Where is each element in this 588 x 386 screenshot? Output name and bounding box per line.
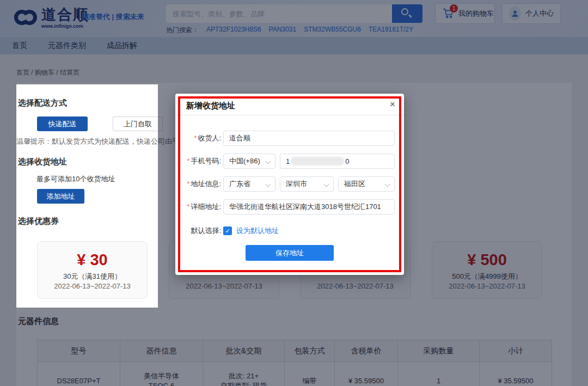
address-section-title: 选择收货地址	[18, 157, 67, 167]
chevron-down-icon	[324, 182, 329, 187]
coupon-card[interactable]: ¥ 30 30元（满31使用） 2022-06-13~2022-07-13	[37, 241, 148, 299]
phone-row: *手机号码: 中国(+86) 1 0	[175, 154, 404, 169]
phone-privacy-mask	[291, 157, 344, 166]
province-select[interactable]: 广东省	[223, 176, 275, 192]
district-select[interactable]: 福田区	[338, 176, 395, 192]
chevron-down-icon	[385, 182, 390, 187]
delivery-section-title: 选择配送方式	[18, 98, 67, 108]
city-select[interactable]: 深圳市	[280, 176, 334, 192]
coupon-value: ¥ 30	[38, 251, 147, 269]
modal-title: 新增收货地址	[186, 101, 235, 111]
detail-address-label: *详细地址:	[181, 199, 221, 215]
set-default-link[interactable]: 设为默认地址	[236, 223, 279, 238]
page: 道合顺 www.infinigo.com 精准替代 | 搜索未来 热门搜索： A…	[0, 0, 588, 386]
coupon-desc: 30元（满31使用）	[38, 272, 147, 281]
required-mark: *	[194, 134, 197, 142]
phone-value-end: 0	[345, 157, 349, 166]
region-label: *地址信息:	[181, 176, 221, 192]
add-address-modal: 新增收货地址 × *收货人: *手机号码: 中国(+86) 1 0	[175, 94, 404, 275]
required-mark: *	[187, 180, 189, 188]
default-address-row: 默认选择: ✓ 设为默认地址	[175, 223, 404, 238]
receiver-label: *收货人:	[181, 131, 221, 146]
express-delivery-button[interactable]: 快递配送	[37, 117, 88, 131]
receiver-row: *收货人:	[175, 131, 404, 146]
required-mark: *	[187, 157, 189, 165]
receiver-input[interactable]	[223, 131, 395, 146]
default-label: 默认选择:	[181, 223, 221, 238]
add-address-button[interactable]: 添加地址	[37, 189, 84, 204]
checkmark-icon: ✓	[225, 228, 230, 234]
region-row: *地址信息: 广东省 深圳市 福田区	[175, 176, 404, 192]
city-value: 深圳市	[286, 179, 307, 189]
chevron-down-icon	[266, 182, 271, 187]
required-mark: *	[187, 203, 189, 211]
modal-backdrop	[0, 308, 588, 386]
address-note: 最多可添加10个收货地址	[36, 174, 115, 184]
coupon-date: 2022-06-13~2022-07-13	[38, 282, 147, 290]
close-icon[interactable]: ×	[390, 99, 395, 110]
modal-divider	[175, 115, 404, 115]
phone-label: *手机号码:	[181, 154, 221, 169]
modal-backdrop	[0, 84, 16, 308]
pickup-button[interactable]: 上门自取	[113, 117, 163, 131]
detail-address-input[interactable]	[223, 199, 395, 215]
save-address-button[interactable]: 保存地址	[246, 245, 334, 261]
coupon-section-title: 选择优惠券	[18, 216, 59, 226]
province-value: 广东省	[229, 179, 250, 189]
country-code-value: 中国(+86)	[229, 156, 260, 166]
phone-input[interactable]: 1 0	[280, 154, 395, 169]
default-address-checkbox[interactable]: ✓	[223, 226, 232, 235]
country-code-select[interactable]: 中国(+86)	[223, 154, 275, 169]
district-value: 福田区	[344, 179, 365, 189]
modal-backdrop	[0, 0, 588, 84]
chevron-down-icon	[266, 159, 271, 164]
phone-value-start: 1	[286, 157, 290, 166]
detail-address-row: *详细地址:	[175, 199, 404, 215]
